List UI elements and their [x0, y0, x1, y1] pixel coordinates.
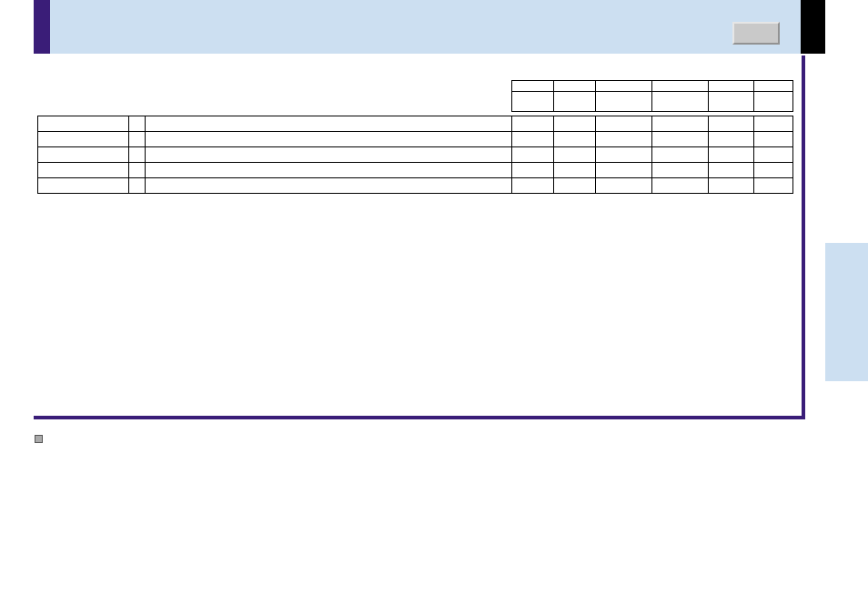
data-grid-cell [708, 131, 754, 147]
data-grid-cell [37, 146, 129, 163]
header-grid-cell [595, 91, 652, 112]
data-grid-cell [511, 116, 554, 132]
data-grid-cell [595, 116, 652, 132]
data-grid-cell [37, 162, 129, 178]
data-grid-cell [37, 131, 129, 147]
data-grid-cell [553, 131, 596, 147]
data-grid-cell [651, 162, 709, 178]
header-grid-cell [753, 91, 793, 112]
data-grid-cell [128, 162, 146, 178]
data-grid-cell [553, 162, 596, 178]
data-grid-cell [553, 146, 596, 163]
tag-icon [238, 76, 262, 93]
data-grid-cell [753, 162, 793, 178]
data-grid-cell [128, 177, 146, 194]
content-border-corner [802, 416, 805, 419]
data-grid-cell [651, 177, 709, 194]
header-accent-right [801, 0, 825, 54]
header-grid-cell [708, 91, 754, 112]
data-grid-cell [708, 146, 754, 163]
data-grid-cell [595, 177, 652, 194]
header-banner [34, 0, 825, 54]
data-grid-cell [37, 177, 129, 194]
data-grid-cell [511, 162, 554, 178]
data-grid-cell [595, 131, 652, 147]
data-grid-cell [553, 116, 596, 132]
data-grid-cell [511, 177, 554, 194]
data-grid-cell [145, 131, 512, 147]
data-grid-cell [708, 177, 754, 194]
data-grid-cell [651, 116, 709, 132]
header-grid-cell [511, 91, 554, 112]
data-grid-cell [595, 146, 652, 163]
side-tab[interactable] [825, 243, 868, 381]
content-border-bottom [34, 416, 805, 419]
data-grid-cell [708, 116, 754, 132]
header-button[interactable] [732, 22, 780, 45]
header-grid-cell [651, 91, 709, 112]
data-grid-cell [511, 131, 554, 147]
data-grid-cell [753, 146, 793, 163]
header-accent-left [34, 0, 50, 54]
data-grid-cell [753, 131, 793, 147]
data-grid-cell [595, 162, 652, 178]
data-grid-cell [145, 177, 512, 194]
data-grid-cell [651, 131, 709, 147]
data-grid-cell [511, 146, 554, 163]
data-grid-cell [128, 146, 146, 163]
data-grid-cell [145, 116, 512, 132]
footnote-marker [35, 435, 43, 443]
content-border-right [802, 55, 805, 419]
tag-icon [456, 462, 481, 479]
header-grid-cell [553, 91, 596, 112]
data-grid-cell [37, 116, 129, 132]
data-grid-cell [145, 146, 512, 163]
data-grid-cell [753, 116, 793, 132]
data-grid-cell [145, 162, 512, 178]
data-grid-cell [128, 116, 146, 132]
data-grid-cell [753, 177, 793, 194]
data-grid-cell [651, 146, 709, 163]
data-grid-cell [553, 177, 596, 194]
data-grid-cell [708, 162, 754, 178]
data-grid-cell [128, 131, 146, 147]
